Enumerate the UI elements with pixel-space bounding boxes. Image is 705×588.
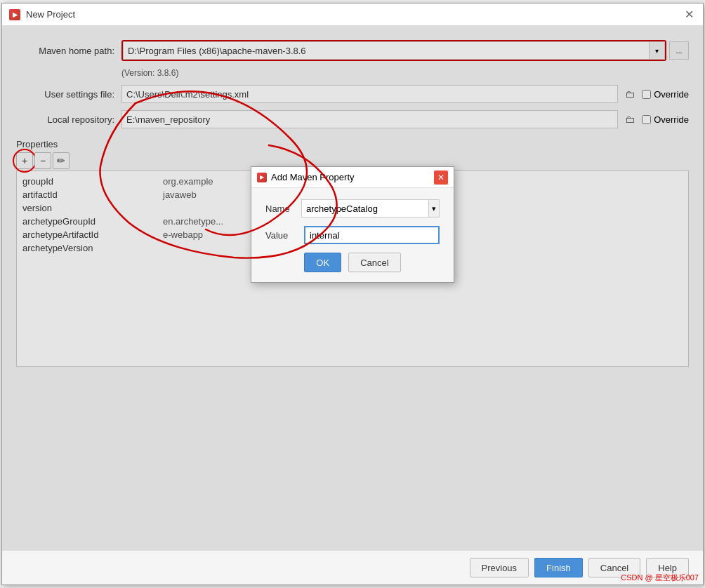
modal-title-bar: ▶ Add Maven Property ✕ — [251, 167, 454, 188]
modal-name-dropdown[interactable]: ▾ — [428, 199, 440, 218]
add-maven-property-dialog: ▶ Add Maven Property ✕ Name ▾ — [251, 166, 454, 283]
title-bar: ▶ New Project ✕ — [2, 4, 703, 26]
previous-button[interactable]: Previous — [470, 558, 529, 577]
app-icon: ▶ — [9, 9, 20, 20]
window-title: New Project — [26, 9, 75, 20]
modal-buttons: OK Cancel — [265, 253, 440, 272]
modal-overlay: ▶ Add Maven Property ✕ Name ▾ — [2, 26, 703, 550]
close-button[interactable]: ✕ — [682, 8, 696, 22]
finish-button[interactable]: Finish — [534, 558, 583, 577]
content-area: Maven home path: D:\Program Files (x86)\… — [2, 26, 703, 550]
modal-name-input[interactable] — [301, 199, 428, 218]
modal-close-button[interactable]: ✕ — [434, 171, 448, 185]
modal-ok-button[interactable]: OK — [304, 253, 341, 272]
main-window: ▶ New Project ✕ Maven home path: D:\Prog… — [1, 3, 704, 585]
modal-value-row: Value — [265, 226, 440, 244]
modal-name-row: Name ▾ — [265, 199, 440, 218]
title-bar-left: ▶ New Project — [9, 9, 75, 20]
modal-cancel-button[interactable]: Cancel — [348, 253, 400, 272]
modal-title: Add Maven Property — [271, 172, 355, 182]
modal-app-icon: ▶ — [257, 173, 267, 182]
modal-name-label: Name — [265, 203, 294, 214]
footer: Previous Finish Cancel Help CSDN @ 星空极乐0… — [2, 550, 703, 584]
modal-value-label: Value — [265, 230, 297, 241]
modal-title-left: ▶ Add Maven Property — [257, 172, 355, 182]
watermark: CSDN @ 星空极乐007 — [617, 571, 703, 584]
modal-content: Name ▾ Value OK Cancel — [251, 188, 454, 282]
modal-value-input[interactable] — [304, 226, 440, 244]
